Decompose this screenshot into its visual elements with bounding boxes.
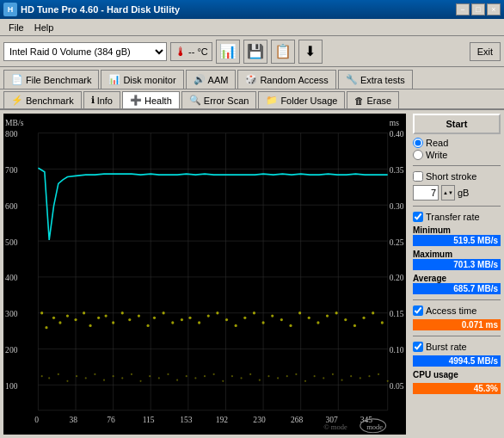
transfer-rate-checkbox-label[interactable]: Transfer rate <box>413 212 501 222</box>
tab-health[interactable]: ➕ Health <box>122 91 180 108</box>
svg-point-93 <box>76 375 77 377</box>
tab-erase[interactable]: 🗑 Erase <box>347 91 399 108</box>
svg-point-123 <box>350 375 352 377</box>
svg-point-125 <box>368 375 370 377</box>
svg-point-80 <box>308 317 310 319</box>
tab-benchmark[interactable]: ⚡ Benchmark <box>3 91 82 108</box>
svg-text:800: 800 <box>5 129 17 139</box>
svg-text:115: 115 <box>143 415 155 424</box>
svg-text:0.10: 0.10 <box>390 345 404 355</box>
svg-text:0.20: 0.20 <box>390 273 404 282</box>
svg-point-52 <box>66 314 69 317</box>
maximize-button[interactable]: □ <box>471 3 485 15</box>
write-radio-label[interactable]: Write <box>413 150 501 160</box>
toolbar: Intel Raid 0 Volume (384 gB) 🌡 -- °C 📊 💾… <box>0 36 504 67</box>
main-content: MB/s 800 700 600 500 400 300 200 100 ms … <box>0 110 504 438</box>
svg-text:153: 153 <box>180 415 192 424</box>
menu-bar: File Help <box>0 19 504 36</box>
svg-point-106 <box>194 377 196 379</box>
tab-aam[interactable]: 🔊 AAM <box>186 70 237 89</box>
burst-rate-checkbox-label[interactable]: Burst rate <box>413 342 501 352</box>
tab-extra-tests[interactable]: 🔧 Extra tests <box>338 70 413 89</box>
minimize-button[interactable]: − <box>456 3 470 15</box>
window-controls[interactable]: − □ × <box>456 3 501 15</box>
svg-point-81 <box>317 321 319 324</box>
svg-point-99 <box>131 373 132 375</box>
read-write-group: Read Write <box>413 138 501 160</box>
toolbar-icon-1[interactable]: 📊 <box>216 40 240 64</box>
short-stroke-row: 7 ▲▼ gB <box>413 185 501 200</box>
svg-point-69 <box>207 314 210 317</box>
read-radio[interactable] <box>413 138 423 148</box>
svg-point-100 <box>139 380 141 382</box>
disk-monitor-icon: 📊 <box>108 74 120 85</box>
svg-point-95 <box>94 373 95 375</box>
svg-point-97 <box>113 375 114 377</box>
short-stroke-checkbox[interactable] <box>413 171 423 182</box>
divider-2 <box>413 206 501 207</box>
toolbar-icon-4[interactable]: ⬇ <box>298 40 323 64</box>
start-button[interactable]: Start <box>413 114 501 134</box>
access-time-checkbox-label[interactable]: Access time <box>413 305 501 316</box>
svg-point-55 <box>89 324 91 327</box>
svg-point-109 <box>222 380 224 382</box>
svg-text:0: 0 <box>34 415 39 424</box>
svg-point-73 <box>243 317 246 319</box>
svg-text:0.25: 0.25 <box>390 237 404 246</box>
toolbar-icon-3[interactable]: 📋 <box>271 40 295 64</box>
svg-point-127 <box>387 380 389 382</box>
svg-point-116 <box>286 375 288 377</box>
benchmark-chart: MB/s 800 700 600 500 400 300 200 100 ms … <box>3 114 406 435</box>
spin-button[interactable]: ▲▼ <box>441 185 455 200</box>
tab-error-scan[interactable]: 🔍 Error Scan <box>181 91 257 108</box>
menu-help[interactable]: Help <box>29 21 59 34</box>
cpu-usage-label: CPU usage <box>413 370 501 379</box>
tab-folder-usage[interactable]: 📁 Folder Usage <box>258 91 345 108</box>
svg-point-103 <box>167 373 169 375</box>
svg-point-51 <box>58 321 61 324</box>
svg-text:400: 400 <box>5 273 17 282</box>
svg-point-63 <box>153 317 156 319</box>
tab-bar-bottom: ⚡ Benchmark ℹ Info ➕ Health 🔍 Error Scan… <box>0 89 504 110</box>
drive-select[interactable]: Intel Raid 0 Volume (384 gB) <box>3 42 167 61</box>
thermometer-icon: 🌡 <box>175 45 187 59</box>
svg-point-77 <box>280 318 283 321</box>
chart-area: MB/s 800 700 600 500 400 300 200 100 ms … <box>3 114 406 435</box>
svg-point-84 <box>344 318 347 321</box>
short-stroke-checkbox-label[interactable]: Short stroke <box>413 171 501 182</box>
exit-button[interactable]: Exit <box>470 42 501 61</box>
temperature-value: -- °C <box>188 46 208 57</box>
write-radio[interactable] <box>413 150 423 160</box>
svg-point-66 <box>181 318 183 321</box>
svg-text:0.15: 0.15 <box>390 309 404 318</box>
tab-bar-top: 📄 File Benchmark 📊 Disk monitor 🔊 AAM 🎲 … <box>0 67 504 89</box>
svg-point-85 <box>353 324 356 327</box>
svg-point-62 <box>146 324 149 327</box>
burst-rate-checkbox[interactable] <box>413 342 423 352</box>
tab-disk-monitor[interactable]: 📊 Disk monitor <box>101 70 183 89</box>
menu-file[interactable]: File <box>3 21 29 34</box>
svg-point-117 <box>295 373 297 375</box>
transfer-rate-checkbox[interactable] <box>413 212 423 222</box>
svg-point-94 <box>85 377 87 379</box>
svg-text:600: 600 <box>5 201 17 211</box>
tab-random-access[interactable]: 🎲 Random Access <box>237 70 335 89</box>
close-button[interactable]: × <box>487 3 501 15</box>
svg-text:76: 76 <box>107 415 115 424</box>
svg-point-121 <box>332 373 334 375</box>
read-radio-label[interactable]: Read <box>413 138 501 148</box>
svg-text:230: 230 <box>253 415 265 424</box>
svg-point-87 <box>372 312 374 314</box>
window-title: HD Tune Pro 4.60 - Hard Disk Utility <box>21 4 180 15</box>
svg-point-126 <box>378 373 379 375</box>
access-time-checkbox[interactable] <box>413 305 423 316</box>
svg-point-53 <box>74 318 77 321</box>
tab-info[interactable]: ℹ Info <box>83 91 120 108</box>
svg-point-119 <box>314 375 316 377</box>
gb-input[interactable]: 7 <box>413 185 439 200</box>
svg-text:300: 300 <box>5 309 17 318</box>
svg-point-104 <box>176 379 178 381</box>
divider-1 <box>413 165 501 166</box>
tab-file-benchmark[interactable]: 📄 File Benchmark <box>3 70 99 89</box>
toolbar-icon-2[interactable]: 💾 <box>243 40 267 64</box>
